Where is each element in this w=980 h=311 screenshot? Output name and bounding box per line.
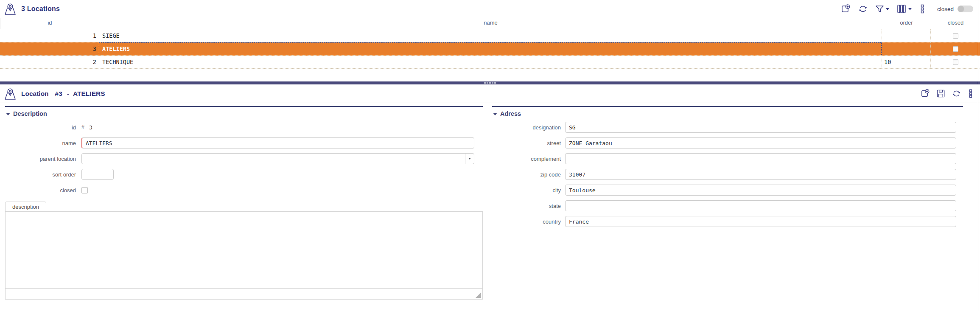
new-record-button[interactable]: [920, 89, 930, 98]
parent-location-select[interactable]: [81, 153, 474, 164]
closed-filter-toggle[interactable]: [958, 6, 973, 12]
table-row-selected[interactable]: 3 ATELIERS: [0, 42, 980, 56]
field-row-street: street: [492, 137, 963, 148]
street-field[interactable]: [565, 137, 956, 148]
state-field[interactable]: [565, 200, 956, 211]
field-row-state: state: [492, 200, 963, 211]
field-row-country: country: [492, 216, 963, 227]
cell-name[interactable]: TECHNIQUE: [99, 56, 882, 68]
closed-checkbox[interactable]: [81, 187, 88, 193]
list-menu-button[interactable]: [919, 4, 926, 14]
description-section: Description id # 3 name parent location …: [5, 106, 483, 300]
refresh-button[interactable]: [952, 89, 961, 98]
field-row-parent-location: parent location: [5, 153, 483, 164]
hash-icon: #: [81, 124, 84, 130]
map-location-icon: [3, 88, 17, 101]
field-row-complement: complement: [492, 153, 963, 164]
country-label: country: [492, 219, 565, 225]
name-label: name: [5, 140, 81, 146]
cell-id[interactable]: 3: [0, 42, 99, 55]
city-label: city: [492, 187, 565, 193]
zip-code-field[interactable]: [565, 169, 956, 180]
description-tab-zone: description: [5, 201, 483, 300]
cell-id[interactable]: 2: [0, 56, 99, 68]
title-record-name: ATELIERS: [73, 90, 105, 98]
sort-order-label: sort order: [5, 171, 81, 178]
filter-caret-icon: [886, 8, 889, 10]
street-label: street: [492, 140, 565, 146]
description-textarea[interactable]: [6, 212, 482, 289]
closed-checkbox[interactable]: [953, 46, 958, 52]
parent-location-label: parent location: [5, 156, 81, 162]
title-entity: Location: [21, 90, 49, 98]
column-header-id[interactable]: id: [0, 18, 99, 29]
table-row[interactable]: 1 SIEGE: [0, 29, 980, 42]
columns-caret-icon: [908, 8, 912, 10]
country-field[interactable]: [565, 216, 956, 227]
column-header-closed[interactable]: closed: [931, 18, 980, 29]
detail-toolbar: [920, 89, 980, 98]
title-record-id: #3: [55, 90, 62, 98]
column-header-name[interactable]: name: [99, 18, 882, 29]
resize-grip-icon[interactable]: [476, 292, 481, 298]
cell-closed[interactable]: [930, 56, 980, 68]
field-row-name: name: [5, 137, 483, 148]
state-label: state: [492, 203, 565, 209]
detail-menu-button[interactable]: [967, 89, 974, 98]
id-label: id: [5, 124, 81, 131]
location-detail-header: Location #3 - ATELIERS: [0, 84, 980, 103]
splitter-grip-icon: [484, 82, 496, 84]
sort-order-field[interactable]: [81, 169, 114, 180]
page-right-border: [978, 0, 978, 311]
filter-button[interactable]: [875, 5, 889, 14]
title-separator: -: [67, 90, 69, 98]
description-section-header[interactable]: Description: [5, 107, 483, 117]
description-tab-content: [5, 211, 483, 300]
closed-checkbox[interactable]: [953, 33, 958, 39]
new-record-button[interactable]: [840, 4, 851, 14]
cell-id[interactable]: 1: [0, 29, 99, 42]
table-header-row: id name order closed: [0, 18, 980, 29]
section-title: Adress: [500, 110, 521, 117]
field-row-city: city: [492, 185, 963, 196]
city-field[interactable]: [565, 185, 956, 196]
detail-panel-title: Location #3 - ATELIERS: [21, 90, 105, 98]
field-row-id: id # 3: [5, 122, 483, 133]
field-row-zip-code: zip code: [492, 169, 963, 180]
columns-button[interactable]: [896, 4, 912, 14]
id-value: 3: [89, 124, 92, 131]
map-location-icon: [3, 3, 17, 16]
cell-closed[interactable]: [930, 29, 980, 42]
column-header-order[interactable]: order: [882, 18, 931, 29]
table-row[interactable]: 2 TECHNIQUE 10: [0, 56, 980, 69]
cell-closed[interactable]: [930, 42, 980, 55]
closed-label: closed: [5, 187, 81, 193]
field-row-designation: designation: [492, 122, 963, 133]
save-button[interactable]: [936, 89, 946, 98]
cell-name[interactable]: ATELIERS: [99, 42, 882, 55]
chevron-down-icon: [468, 158, 471, 160]
complement-field[interactable]: [565, 153, 956, 164]
list-panel-title: 3 Locations: [21, 5, 60, 13]
cell-order[interactable]: [882, 42, 930, 55]
list-toolbar: closed: [840, 4, 980, 14]
collapse-arrow-icon: [493, 113, 497, 115]
locations-list-header: 3 Locations: [0, 0, 980, 18]
refresh-button[interactable]: [858, 4, 868, 14]
closed-checkbox[interactable]: [953, 59, 958, 65]
locations-table: id name order closed 1 SIEGE 3 ATELIERS …: [0, 18, 980, 69]
cell-order[interactable]: 10: [882, 56, 930, 68]
zip-code-label: zip code: [492, 171, 565, 178]
closed-filter-label: closed: [937, 6, 954, 12]
cell-order[interactable]: [882, 29, 930, 42]
designation-field[interactable]: [565, 122, 956, 133]
select-caret-button[interactable]: [465, 154, 474, 164]
name-field[interactable]: [81, 137, 474, 148]
panel-splitter[interactable]: [0, 81, 980, 84]
field-row-closed: closed: [5, 185, 483, 196]
tab-description[interactable]: description: [5, 202, 46, 212]
cell-name[interactable]: SIEGE: [99, 29, 882, 42]
address-section-header[interactable]: Adress: [492, 107, 963, 117]
section-title: Description: [13, 110, 47, 117]
address-section: Adress designation street complement zip…: [492, 106, 963, 232]
